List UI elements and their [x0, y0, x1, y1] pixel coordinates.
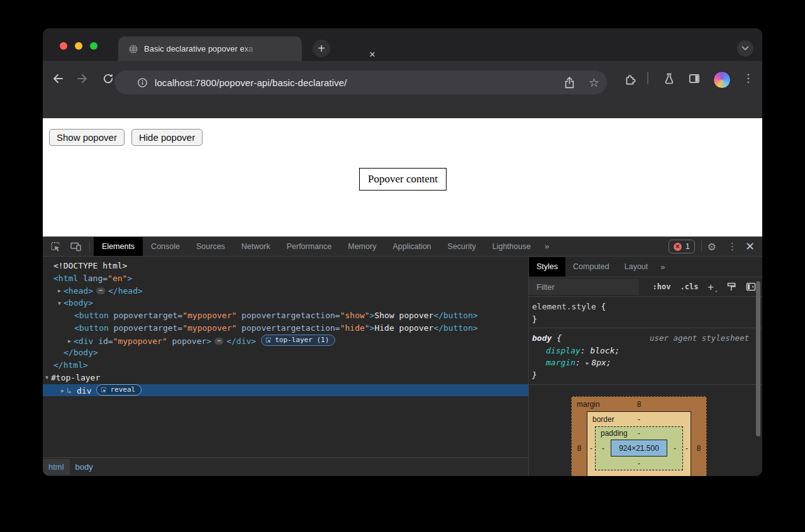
inspect-element-icon[interactable] [49, 240, 62, 253]
box-model-padding-bottom[interactable]: - [596, 457, 682, 470]
styles-tab-layout[interactable]: Layout [617, 257, 656, 277]
devtools-menu-kebab-icon[interactable]: ⋮ [728, 241, 734, 252]
styles-filter-input[interactable]: Filter [529, 279, 639, 295]
css-property-display[interactable]: display: block; [529, 345, 762, 357]
maximize-window-button[interactable] [90, 42, 97, 50]
box-model-content-size[interactable]: 924×21.500 [611, 440, 667, 457]
new-tab-button[interactable]: + [313, 40, 330, 57]
code-token-val: "show" [340, 311, 370, 320]
styles-scrollbar-thumb[interactable] [756, 281, 760, 436]
devtools-tab-application[interactable]: Application [384, 237, 439, 256]
url-bar[interactable]: localhost:7800/popover-api/basic-declara… [114, 70, 607, 94]
box-model-margin-right[interactable]: 8 [691, 411, 706, 476]
code-token-tag: <html [53, 274, 78, 283]
box-model-border-left[interactable]: - [587, 426, 595, 470]
extensions-puzzle-icon[interactable] [623, 72, 636, 86]
side-panel-icon[interactable] [687, 72, 701, 86]
panel-toggle-icon[interactable] [746, 282, 756, 292]
box-model-margin-top[interactable]: 8 [572, 400, 706, 409]
browser-menu-kebab-icon[interactable]: ⋮ [743, 72, 753, 86]
url-text[interactable]: localhost:7800/popover-api/basic-declara… [155, 77, 347, 88]
dom-tree-node[interactable]: </html> [43, 359, 528, 372]
devtools-close-icon[interactable]: ✕ [745, 241, 755, 252]
bookmark-star-icon[interactable]: ☆ [589, 77, 599, 89]
error-count-badge[interactable]: ✕ 1 [669, 240, 695, 253]
expand-arrow-icon[interactable]: ▶ [55, 285, 64, 297]
dom-tree-node[interactable]: ▼<body> [43, 297, 528, 309]
breadcrumb-html[interactable]: html [43, 459, 70, 475]
dom-tree-node[interactable]: <!DOCTYPE html> [43, 260, 528, 272]
show-popover-button[interactable]: Show popover [49, 129, 125, 146]
close-window-button[interactable] [60, 42, 67, 50]
devtools-tab-lighthouse[interactable]: Lighthouse [484, 237, 539, 256]
dom-tree-node[interactable]: <button popovertarget="mypopover" popove… [43, 322, 528, 335]
box-model-margin-left[interactable]: 8 [572, 411, 587, 476]
pseudo-state-toggle[interactable]: :hov [653, 282, 671, 291]
code-token-tag: </html> [53, 360, 88, 370]
globe-favicon-icon [128, 44, 138, 54]
code-token-plain: Show popover [374, 311, 433, 320]
styles-tab-computed[interactable]: Computed [565, 257, 617, 277]
element-class-toggle[interactable]: .cls [680, 282, 698, 291]
devtools-settings-gear-icon[interactable]: ⚙ [708, 241, 716, 253]
more-tabs-chevron[interactable]: » [539, 237, 555, 256]
css-property-margin[interactable]: margin: ▶8px; [529, 357, 762, 369]
devtools-tab-security[interactable]: Security [440, 237, 484, 256]
reload-icon[interactable] [101, 72, 115, 86]
share-icon[interactable] [564, 77, 575, 89]
dom-tree-node[interactable]: ▼#top-layer [43, 372, 528, 384]
box-model-padding-right[interactable]: - [667, 440, 682, 457]
top-layer-badge[interactable]: top-layer (1) [261, 335, 335, 346]
devtools-tab-memory[interactable]: Memory [340, 237, 384, 256]
tab-search-chevron-icon[interactable] [737, 40, 753, 57]
minimize-window-button[interactable] [75, 42, 82, 50]
browser-window: Basic declarative popover exa × + localh… [43, 28, 762, 476]
devtools-right-separator [701, 241, 702, 252]
property-expand-arrow-icon[interactable]: ▶ [586, 360, 589, 366]
device-toolbar-icon[interactable] [69, 240, 82, 253]
ellipsis-expand-button[interactable]: ⋯ [214, 338, 223, 345]
expand-arrow-icon[interactable]: ▶ [65, 335, 74, 348]
devtools-tab-sources[interactable]: Sources [188, 237, 233, 256]
profile-avatar[interactable] [713, 71, 731, 89]
site-info-icon[interactable] [137, 77, 148, 88]
brush-icon[interactable] [726, 282, 736, 292]
box-model-padding-left[interactable]: - [596, 440, 611, 457]
breadcrumb-body[interactable]: body [70, 459, 99, 475]
dom-tree-node[interactable]: <html lang="en"> [43, 272, 528, 285]
ellipsis-expand-button[interactable]: ⋯ [96, 287, 105, 294]
code-token-attr: popovertargetaction= [236, 311, 340, 320]
devtools-tab-performance[interactable]: Performance [279, 237, 340, 256]
dom-tree-node-selected[interactable]: ▶↳divreveal [43, 384, 528, 397]
back-icon[interactable] [51, 72, 65, 86]
box-model-border-top[interactable]: - [587, 415, 691, 424]
dom-tree-node[interactable]: <button popovertarget="mypopover" popove… [43, 309, 528, 322]
code-token-plain: div [77, 386, 91, 396]
code-token-plain: #top-layer [51, 373, 100, 382]
box-model-border-right[interactable]: - [683, 426, 691, 470]
devtools-tab-console[interactable]: Console [143, 237, 188, 256]
reveal-badge[interactable]: reveal [96, 384, 142, 396]
code-token-plain: Hide popover [374, 323, 433, 333]
box-model-padding-top[interactable]: - [596, 429, 682, 438]
box-model-border-bottom[interactable]: - [587, 470, 691, 476]
devtools-tab-elements[interactable]: Elements [94, 237, 143, 256]
hide-popover-button[interactable]: Hide popover [131, 129, 203, 146]
tab-close-icon[interactable]: × [369, 49, 375, 60]
styles-more-tabs-chevron[interactable]: » [655, 262, 670, 272]
code-token-tag: </body> [64, 348, 98, 357]
devtools-tab-network[interactable]: Network [233, 237, 279, 256]
collapse-arrow-icon[interactable]: ▼ [55, 297, 64, 310]
styles-tab-styles[interactable]: Styles [529, 257, 565, 277]
code-token-val: "mypopover" [182, 311, 236, 320]
forward-icon[interactable] [75, 72, 89, 86]
flask-icon[interactable] [662, 72, 676, 86]
expand-arrow-icon[interactable]: ▶ [58, 385, 67, 397]
dom-tree-node[interactable]: ▶<head>⋯</head> [43, 285, 528, 297]
dom-tree-node[interactable]: ▶<div id="mypopover" popover>⋯</div>top-… [43, 335, 528, 347]
collapse-arrow-icon[interactable]: ▼ [43, 372, 51, 384]
dom-tree-node[interactable]: </body> [43, 346, 528, 359]
styles-tab-bar: StylesComputedLayout» [529, 257, 762, 277]
new-style-rule-button[interactable]: +▾ [708, 281, 717, 293]
browser-tab[interactable]: Basic declarative popover exa × [118, 36, 302, 61]
